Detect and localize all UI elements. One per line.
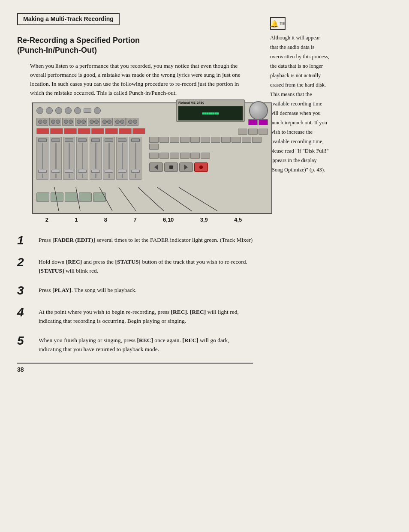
step-1-number: 1: [17, 234, 34, 247]
step-3-number: 3: [17, 284, 34, 298]
note-text: Although it will appear that the audio d…: [270, 33, 382, 174]
bottom-rule: 38: [17, 363, 253, 373]
label-45: 4,5: [234, 216, 242, 223]
step-3: 3 Press [PLAY]. The song will be playbac…: [17, 284, 253, 298]
steps-container: 1 Press [FADER (EDIT)] several times to …: [17, 234, 253, 354]
step-2: 2 Hold down [REC] and press the [STATUS]…: [17, 256, 253, 276]
svg-line-3: [119, 187, 136, 211]
label-7: 7: [133, 216, 136, 223]
step-5-number: 5: [17, 334, 34, 348]
device-illustration: Roland VS-2480 ■■■■■■■■: [24, 102, 253, 225]
step-1: 1 Press [FADER (EDIT)] several times to …: [17, 234, 253, 247]
label-39: 3,9: [200, 216, 208, 223]
callout-lines: [33, 187, 273, 213]
svg-line-5: [157, 187, 192, 211]
sidebar: 🔔 TE Although it will appear that the au…: [266, 0, 390, 532]
svg-line-6: [179, 187, 217, 211]
step-3-text: Press [PLAY]. The song will be playback.: [39, 284, 253, 295]
note-label: TE: [280, 21, 286, 26]
label-610: 6,10: [163, 216, 174, 223]
page-container: Making a Multi-Track Recording Re-Record…: [0, 0, 409, 532]
step-5-text: When you finish playing or singing, pres…: [39, 334, 253, 354]
svg-line-2: [99, 187, 112, 211]
step-5: 5 When you finish playing or singing, pr…: [17, 334, 253, 354]
step-4-number: 4: [17, 306, 34, 319]
note-header: 🔔 TE: [270, 17, 382, 30]
label-8: 8: [104, 216, 107, 223]
svg-line-0: [54, 187, 59, 211]
svg-line-1: [76, 187, 80, 211]
note-icon-box: 🔔 TE: [270, 17, 286, 30]
label-1: 1: [75, 216, 78, 223]
diagram-labels: 2 1 8 7 6,10 3,9 4,5: [24, 214, 264, 225]
page-number: 38: [17, 366, 24, 373]
intro-text: When you listen to a performance that yo…: [30, 62, 253, 98]
step-2-number: 2: [17, 256, 34, 269]
main-content: Making a Multi-Track Recording Re-Record…: [0, 0, 266, 532]
bell-icon: 🔔: [270, 20, 279, 28]
note-box: 🔔 TE Although it will appear that the au…: [270, 17, 382, 174]
svg-line-4: [138, 187, 164, 211]
header-title: Making a Multi-Track Recording: [23, 15, 114, 22]
step-2-text: Hold down [REC] and press the [STATUS] b…: [39, 256, 253, 276]
step-4: 4 At the point where you wish to begin r…: [17, 306, 253, 326]
step-4-text: At the point where you wish to begin re-…: [39, 306, 253, 326]
label-2: 2: [45, 216, 48, 223]
header-box: Making a Multi-Track Recording: [17, 13, 120, 25]
step-1-text: Press [FADER (EDIT)] several times to le…: [39, 234, 253, 245]
section-title: Re-Recording a Specified Portion (Punch-…: [17, 36, 253, 56]
